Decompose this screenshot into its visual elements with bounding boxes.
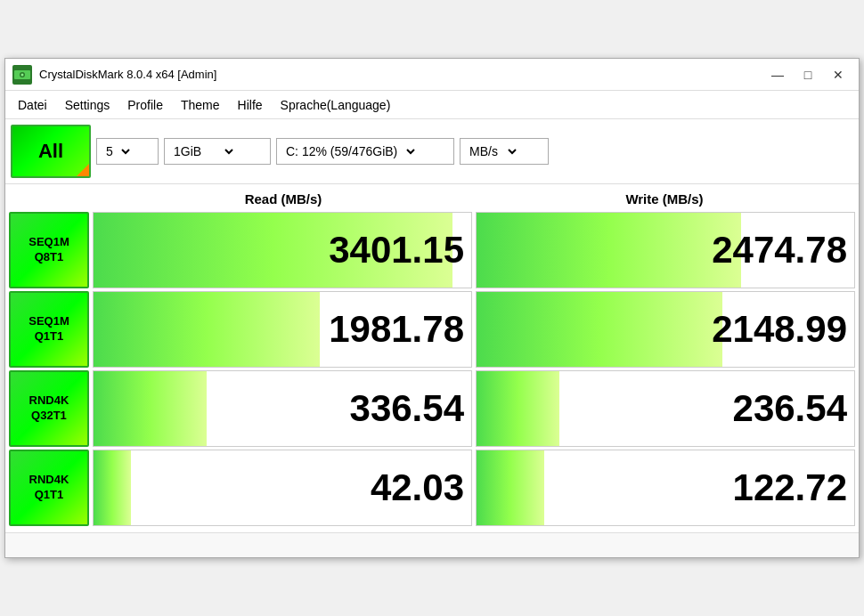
bench-label-1: SEQ1MQ1T1 [9, 291, 89, 368]
read-bar-3 [94, 450, 131, 525]
footer [5, 532, 859, 557]
bench-row: SEQ1MQ1T1 1981.78 2148.99 [9, 291, 855, 368]
minimize-button[interactable]: — [764, 64, 791, 85]
close-button[interactable]: ✕ [825, 64, 852, 85]
bench-read-3: 42.03 [93, 450, 472, 526]
benchmark-rows: SEQ1MQ8T1 3401.15 2474.78 SEQ1MQ1T1 1981… [9, 212, 855, 526]
num-runs-control[interactable]: 1234 56789 [96, 138, 159, 165]
write-bar-2 [477, 371, 559, 446]
all-button[interactable]: All [11, 125, 91, 178]
svg-point-3 [21, 73, 24, 76]
bench-row: SEQ1MQ8T1 3401.15 2474.78 [9, 212, 855, 288]
read-bar-2 [94, 371, 207, 446]
unit-select[interactable]: MB/s GB/s IOPS μs [461, 139, 519, 164]
main-window: CrystalDiskMark 8.0.4 x64 [Admin] — □ ✕ … [4, 58, 860, 558]
write-bar-1 [477, 292, 722, 367]
bench-write-1: 2148.99 [476, 291, 855, 368]
bench-write-3: 122.72 [476, 450, 855, 526]
maximize-button[interactable]: □ [795, 64, 821, 85]
bench-label-2: RND4KQ32T1 [9, 370, 89, 447]
write-value-3: 122.72 [733, 466, 847, 509]
bench-write-2: 236.54 [476, 370, 855, 447]
unit-select-control[interactable]: MB/s GB/s IOPS μs [460, 138, 549, 165]
read-value-2: 336.54 [350, 387, 464, 430]
toolbar: All 1234 56789 512MiB 1GiB 2GiB4GiB8GiB … [5, 119, 859, 184]
benchmark-content: Read (MB/s) Write (MB/s) SEQ1MQ8T1 3401.… [5, 184, 859, 532]
num-runs-select[interactable]: 1234 56789 [97, 139, 133, 164]
header-spacer [9, 188, 93, 210]
menu-settings[interactable]: Settings [56, 94, 119, 116]
drive-select[interactable]: C: 12% (59/476GiB) [277, 139, 418, 164]
bench-read-0: 3401.15 [93, 212, 472, 288]
test-size-select[interactable]: 512MiB 1GiB 2GiB4GiB8GiB 16GiB32GiB64GiB [165, 139, 236, 164]
test-size-control[interactable]: 512MiB 1GiB 2GiB4GiB8GiB 16GiB32GiB64GiB [164, 138, 271, 165]
write-bar-0 [477, 213, 741, 288]
bench-row: RND4KQ1T1 42.03 122.72 [9, 450, 855, 526]
window-title: CrystalDiskMark 8.0.4 x64 [Admin] [39, 68, 216, 81]
read-value-0: 3401.15 [329, 229, 464, 272]
bench-read-1: 1981.78 [93, 291, 472, 368]
read-bar-1 [94, 292, 320, 367]
write-value-0: 2474.78 [712, 229, 847, 272]
bench-write-0: 2474.78 [476, 212, 855, 288]
menubar: Datei Settings Profile Theme Hilfe Sprac… [5, 91, 859, 119]
write-value-2: 236.54 [733, 387, 847, 430]
read-header: Read (MB/s) [93, 188, 474, 210]
titlebar-controls: — □ ✕ [764, 64, 852, 85]
titlebar-left: CrystalDiskMark 8.0.4 x64 [Admin] [12, 65, 216, 85]
bench-label-0: SEQ1MQ8T1 [9, 212, 89, 288]
menu-hilfe[interactable]: Hilfe [229, 94, 272, 116]
write-value-1: 2148.99 [712, 308, 847, 351]
read-value-3: 42.03 [371, 466, 464, 509]
menu-theme[interactable]: Theme [172, 94, 229, 116]
read-value-1: 1981.78 [329, 308, 464, 351]
menu-profile[interactable]: Profile [118, 94, 172, 116]
write-header: Write (MB/s) [474, 188, 855, 210]
bench-label-3: RND4KQ1T1 [9, 450, 89, 526]
write-bar-3 [477, 450, 544, 525]
table-header: Read (MB/s) Write (MB/s) [9, 188, 855, 210]
drive-select-control[interactable]: C: 12% (59/476GiB) [276, 138, 454, 165]
menu-datei[interactable]: Datei [9, 94, 56, 116]
menu-sprache[interactable]: Sprache(Language) [272, 94, 400, 116]
titlebar: CrystalDiskMark 8.0.4 x64 [Admin] — □ ✕ [5, 59, 859, 91]
bench-read-2: 336.54 [93, 370, 472, 447]
bench-row: RND4KQ32T1 336.54 236.54 [9, 370, 855, 447]
app-icon [12, 65, 32, 85]
